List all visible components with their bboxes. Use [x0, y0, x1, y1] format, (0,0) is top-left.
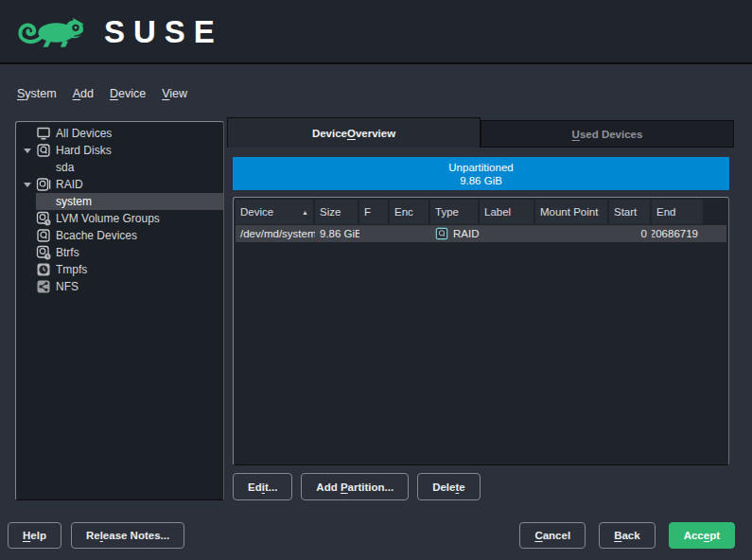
column-header-enc[interactable]: Enc — [390, 200, 428, 224]
back-button[interactable]: Back — [599, 522, 656, 549]
tree-item-label: sda — [56, 161, 74, 174]
tree-item-label: system — [56, 195, 92, 208]
tree-item-content: RAID — [36, 176, 223, 193]
column-header-end[interactable]: End — [652, 200, 703, 224]
tab-device-overview[interactable]: Device Overview — [227, 117, 481, 148]
column-header-f[interactable]: F — [359, 200, 388, 224]
footer-left-buttons: HelpRelease Notes... — [8, 522, 184, 549]
table-action-buttons: Edit...Add Partition...Delete — [233, 473, 481, 500]
usage-bar-size: 9.86 GiB — [460, 174, 502, 187]
cell-device: /dev/md/system — [236, 225, 315, 242]
cell-end: 20686719 — [652, 225, 703, 242]
tree-indent — [19, 125, 36, 142]
tab-bar: Device OverviewUsed Devices — [227, 117, 734, 148]
suse-logo: SUSE — [13, 9, 223, 54]
sort-ascending-icon: ▲ — [302, 209, 308, 216]
menu-device[interactable]: Device — [110, 87, 146, 100]
tab-used-devices[interactable]: Used Devices — [481, 120, 734, 148]
cell-label — [480, 225, 535, 242]
cell-value: 0 — [641, 228, 647, 239]
column-header-label[interactable]: Label — [480, 200, 533, 224]
sidebar-item-sda[interactable]: sda — [19, 159, 223, 176]
cell-type: RAID — [430, 225, 480, 242]
tree-item-label: Btrfs — [56, 246, 79, 259]
menu-system[interactable]: System — [17, 87, 57, 100]
column-header-label: Device — [240, 206, 273, 218]
suse-wordmark: SUSE — [104, 16, 223, 47]
release-notes-button[interactable]: Release Notes... — [71, 522, 184, 549]
table-row[interactable]: /dev/md/system9.86 GiBRAID020686719 — [236, 225, 726, 242]
expander-icon[interactable] — [19, 176, 36, 193]
column-header-start[interactable]: Start — [609, 200, 650, 224]
sidebar-item-tmpfs[interactable]: Tmpfs — [19, 261, 223, 278]
tree-item-content: Btrfs — [36, 244, 223, 261]
sidebar-item-btrfs[interactable]: Btrfs — [19, 244, 223, 261]
computer-icon — [36, 126, 51, 141]
menu-view[interactable]: View — [162, 87, 187, 100]
column-header-mount-point[interactable]: Mount Point — [535, 200, 607, 224]
sidebar-item-system[interactable]: system — [19, 193, 223, 210]
cell-enc — [390, 225, 430, 242]
raid-device-icon — [435, 227, 448, 240]
tree-indent — [19, 244, 36, 261]
cell-size: 9.86 GiB — [315, 225, 359, 242]
tree-item-label: LVM Volume Groups — [56, 212, 160, 225]
cell-value: 9.86 GiB — [320, 228, 359, 239]
tree-indent — [19, 159, 36, 176]
tree-indent — [19, 261, 36, 278]
cell-value: 20686719 — [652, 228, 698, 239]
menu-add[interactable]: Add — [73, 87, 94, 100]
column-header-label: Type — [435, 206, 459, 218]
tree-indent — [19, 210, 36, 227]
tree-item-content: Hard Disks — [36, 142, 223, 159]
cell-mount-point — [535, 225, 609, 242]
tree-indent — [19, 193, 36, 210]
sidebar-item-nfs[interactable]: NFS — [19, 278, 223, 295]
column-header-label: F — [364, 206, 371, 218]
help-button[interactable]: Help — [8, 522, 61, 549]
cell-value: /dev/md/system — [240, 228, 315, 239]
column-header-label: Mount Point — [540, 206, 598, 218]
column-header-label: Label — [484, 206, 511, 218]
cell-value: RAID — [453, 228, 479, 239]
tree-item-content: NFS — [36, 278, 223, 295]
cell-start: 0 — [609, 225, 652, 242]
menu-bar: SystemAddDeviceView — [17, 87, 187, 100]
sidebar-item-bcache-devices[interactable]: Bcache Devices — [19, 227, 223, 244]
table-header-row: Device▲SizeFEncTypeLabelMount PointStart… — [236, 200, 726, 224]
tree-item-label: Hard Disks — [56, 144, 112, 157]
cancel-button[interactable]: Cancel — [519, 522, 586, 549]
bcache-devices-icon — [36, 228, 51, 243]
tree-indent — [19, 278, 36, 295]
column-header-label: Start — [614, 206, 637, 218]
add-partition-button[interactable]: Add Partition... — [301, 473, 409, 500]
accept-button[interactable]: Accept — [669, 522, 735, 549]
chevron-down-icon — [24, 183, 31, 187]
btrfs-icon — [36, 245, 51, 260]
chevron-down-icon — [24, 149, 31, 153]
sidebar-item-raid[interactable]: RAID — [19, 176, 223, 193]
top-banner: SUSE — [0, 0, 752, 64]
device-tree-panel: All DevicesHard DiskssdaRAIDsystemLVM Vo… — [15, 121, 224, 500]
delete-button[interactable]: Delete — [417, 473, 481, 500]
raid-icon — [36, 177, 51, 192]
column-header-size[interactable]: Size — [315, 200, 358, 224]
expander-icon[interactable] — [19, 142, 36, 159]
tree-item-content: Bcache Devices — [36, 227, 223, 244]
tree-item-content: Tmpfs — [36, 261, 223, 278]
nfs-icon — [36, 279, 51, 294]
tree-item-content: sda — [36, 159, 223, 176]
unpartitioned-usage-bar: Unpartitioned 9.86 GiB — [233, 157, 729, 190]
edit-button[interactable]: Edit... — [233, 473, 292, 500]
tmpfs-icon — [36, 262, 51, 277]
sidebar-item-lvm-volume-groups[interactable]: LVM Volume Groups — [19, 210, 223, 227]
footer-right-buttons: CancelBackAccept — [519, 522, 735, 549]
sidebar-item-all-devices[interactable]: All Devices — [19, 125, 223, 142]
column-header-label: Enc — [394, 206, 413, 218]
column-header-type[interactable]: Type — [430, 200, 478, 224]
tree-item-label: All Devices — [56, 127, 112, 140]
table-body: /dev/md/system9.86 GiBRAID020686719 — [236, 225, 726, 242]
sidebar-item-hard-disks[interactable]: Hard Disks — [19, 142, 223, 159]
column-header-device[interactable]: Device▲ — [236, 200, 313, 224]
column-header-label: Size — [320, 206, 341, 218]
